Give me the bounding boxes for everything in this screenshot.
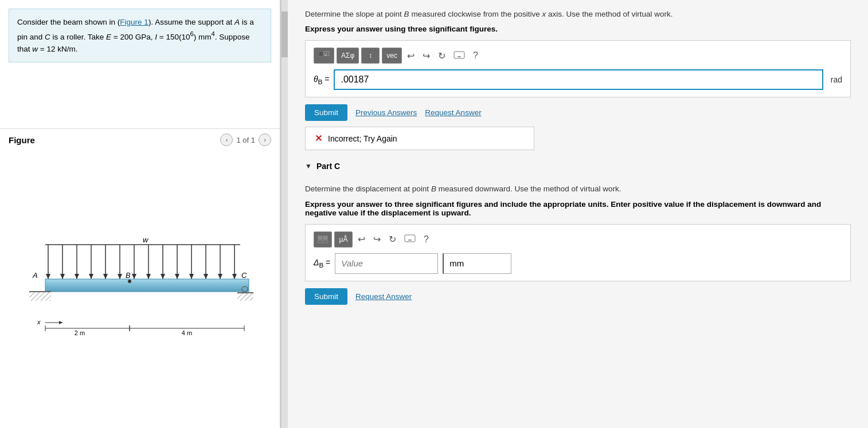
undo-button-c[interactable]: ↩ (355, 233, 368, 246)
unit-symbols-button[interactable]: μÅ (334, 231, 353, 248)
part-c-label: Part C (316, 162, 340, 171)
part-b-request-answer-button[interactable]: Request Answer (425, 108, 481, 117)
part-c-value-input[interactable] (335, 253, 438, 274)
label-b: B (126, 271, 131, 280)
part-c-answer-box: μÅ ↩ ↪ ↻ ? ΔB = (305, 224, 851, 281)
part-c-instruction: Determine the displacement at point B me… (305, 183, 851, 195)
svg-marker-17 (161, 274, 165, 279)
keyboard-button[interactable] (451, 50, 468, 62)
keyboard-button-c[interactable] (401, 233, 419, 245)
part-c-submit-row: Submit Request Answer (305, 288, 851, 305)
label-a: A (32, 271, 38, 280)
part-c-header: ▼ Part C (305, 162, 851, 175)
help-button-b[interactable]: ? (470, 49, 481, 62)
math-template-button[interactable]: √ (314, 48, 334, 64)
part-b-input-label: θB = (314, 74, 329, 85)
figure-label: Figure (9, 135, 35, 145)
figure-nav: ‹ 1 of 1 › (220, 133, 271, 146)
svg-marker-13 (132, 274, 136, 279)
svg-marker-21 (189, 274, 194, 279)
redo-button-c[interactable]: ↪ (370, 233, 384, 246)
part-b-bold-instruction: Express your answer using three signific… (305, 25, 851, 33)
figure-link[interactable]: Figure 1 (120, 18, 148, 26)
svg-text:4 m: 4 m (182, 329, 192, 336)
help-button-c[interactable]: ? (421, 233, 432, 246)
part-c-input-label: ΔB = (314, 258, 330, 269)
greek-symbols-button[interactable]: ΑΣφ (337, 48, 359, 64)
svg-marker-9 (103, 274, 108, 279)
part-b-instruction: Determine the slope at point B measured … (305, 9, 851, 20)
svg-rect-49 (319, 52, 323, 56)
svg-rect-64 (323, 241, 327, 243)
svg-rect-62 (323, 236, 327, 239)
svg-rect-61 (318, 236, 322, 239)
svg-point-37 (128, 280, 131, 283)
figure-next-button[interactable]: › (259, 133, 271, 146)
svg-marker-23 (204, 274, 208, 279)
svg-marker-1 (46, 274, 50, 279)
svg-rect-65 (405, 235, 415, 242)
svg-rect-34 (237, 293, 253, 301)
problem-text: Consider the beam shown in (Figure 1). A… (9, 9, 271, 62)
svg-marker-39 (59, 321, 62, 324)
part-b-feedback: ✕ Incorrect; Try Again (305, 127, 534, 150)
load-label: w (143, 235, 149, 244)
part-b-previous-answers-button[interactable]: Previous Answers (355, 108, 417, 117)
grid-button[interactable] (314, 231, 332, 248)
part-b-submit-button[interactable]: Submit (305, 104, 347, 121)
label-c: C (241, 271, 247, 280)
svg-rect-52 (454, 52, 464, 58)
svg-rect-30 (29, 292, 51, 301)
figure-prev-button[interactable]: ‹ (220, 133, 233, 146)
figure-area: w (0, 151, 280, 428)
part-c-toolbar: μÅ ↩ ↪ ↻ ? (314, 231, 842, 248)
part-b-unit: rad (828, 75, 842, 84)
redo-button[interactable]: ↪ (420, 49, 433, 62)
right-panel: Determine the slope at point B measured … (288, 0, 868, 428)
svg-marker-5 (75, 274, 79, 279)
beam-diagram: w (17, 232, 263, 347)
collapse-arrow[interactable]: ▼ (305, 162, 312, 170)
svg-marker-27 (232, 274, 237, 279)
part-b-section: Determine the slope at point B measured … (305, 9, 851, 150)
part-c-section: ▼ Part C Determine the displacement at p… (305, 162, 851, 304)
svg-marker-19 (175, 274, 179, 279)
part-b-input[interactable] (334, 69, 823, 90)
svg-marker-11 (118, 274, 122, 279)
part-b-answer-box: √ ΑΣφ ↕ vec ↩ ↪ ↻ (305, 40, 851, 97)
scrollbar[interactable] (281, 0, 288, 428)
svg-text:√: √ (324, 52, 327, 57)
svg-text:2 m: 2 m (75, 329, 85, 336)
svg-text:x: x (37, 319, 41, 325)
refresh-button[interactable]: ↻ (435, 49, 448, 62)
part-b-toolbar: √ ΑΣφ ↕ vec ↩ ↪ ↻ (314, 48, 842, 64)
svg-marker-3 (60, 274, 65, 279)
figure-header: Figure ‹ 1 of 1 › (0, 128, 280, 151)
svg-marker-7 (89, 274, 93, 279)
part-c-input-row: ΔB = (314, 253, 842, 274)
vec-button[interactable]: vec (382, 48, 402, 64)
part-b-submit-row: Submit Previous Answers Request Answer (305, 104, 851, 121)
svg-rect-63 (318, 241, 322, 243)
feedback-text: Incorrect; Try Again (328, 134, 397, 143)
left-panel: Consider the beam shown in (Figure 1). A… (0, 0, 281, 428)
svg-marker-15 (146, 274, 151, 279)
refresh-button-c[interactable]: ↻ (386, 233, 399, 246)
incorrect-icon: ✕ (315, 133, 322, 144)
part-b-input-row: θB = rad (314, 69, 842, 90)
figure-counter: 1 of 1 (236, 136, 255, 144)
part-c-unit-input[interactable] (443, 253, 511, 274)
scrollbar-thumb[interactable] (281, 11, 288, 57)
svg-rect-29 (45, 279, 249, 292)
arrows-button[interactable]: ↕ (361, 48, 380, 64)
part-c-submit-button[interactable]: Submit (305, 288, 347, 305)
undo-button[interactable]: ↩ (404, 49, 417, 62)
part-c-bold-instruction: Express your answer to three significant… (305, 200, 851, 217)
part-c-request-answer-button[interactable]: Request Answer (355, 292, 412, 301)
svg-marker-25 (218, 274, 222, 279)
